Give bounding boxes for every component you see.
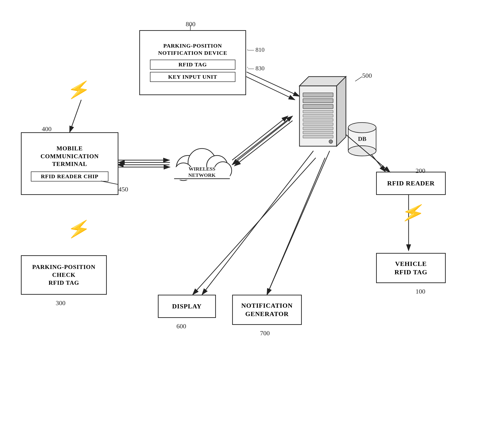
ref-500: 500	[362, 72, 372, 79]
rfid-reader-chip-label: RFID READER CHIP	[41, 173, 99, 179]
connections-svg	[0, 0, 504, 430]
rfid-reader-chip-inner-box: RFID READER CHIP	[31, 171, 109, 182]
server-svg	[290, 72, 355, 158]
ref-830: — 830	[248, 65, 265, 72]
display-label: DISPLAY	[172, 302, 201, 310]
mobile-terminal-box: MOBILE COMMUNICATION TERMINAL RFID READE…	[21, 132, 118, 195]
svg-line-40	[70, 100, 81, 132]
svg-text:WIRELESS: WIRELESS	[189, 166, 216, 172]
key-input-unit-label: KEY INPUT UNIT	[168, 74, 217, 80]
parking-notification-device-box: PARKING-POSITION NOTIFICATION DEVICE RFI…	[139, 30, 246, 95]
svg-line-44	[234, 116, 293, 161]
svg-rect-23	[303, 127, 333, 130]
lightning-parking-check: ⚡	[66, 216, 92, 242]
ref-450: 450	[118, 186, 128, 193]
lightning-parking-mobile: ⚡	[66, 77, 92, 103]
svg-rect-25	[303, 135, 333, 138]
vehicle-rfid-tag-box: VEHICLE RFID TAG	[376, 253, 446, 283]
db-shape: DB	[346, 118, 378, 159]
rfid-reader-label: RFID READER	[387, 179, 435, 187]
svg-text:DB: DB	[358, 136, 366, 142]
ref-400: 400	[42, 125, 52, 133]
svg-line-9	[232, 116, 288, 160]
ref-700: 700	[260, 330, 270, 337]
parking-check-rfid-tag-box: PARKING-POSITION CHECK RFID TAG	[21, 255, 107, 295]
svg-rect-22	[303, 123, 333, 125]
svg-line-45	[234, 121, 293, 166]
mobile-terminal-label: MOBILE COMMUNICATION TERMINAL	[41, 145, 99, 168]
ref-100: 100	[415, 288, 425, 295]
svg-rect-21	[303, 119, 333, 121]
display-box: DISPLAY	[158, 295, 216, 318]
svg-marker-15	[337, 77, 346, 146]
lightning-rfid-vehicle: ⚡	[399, 199, 427, 227]
svg-line-48	[267, 158, 325, 295]
rfid-tag-label: RFID TAG	[179, 61, 207, 68]
rfid-reader-box: RFID READER	[376, 172, 446, 195]
vehicle-rfid-tag-label: VEHICLE RFID TAG	[395, 260, 427, 277]
svg-line-10	[232, 121, 288, 165]
db-svg: DB	[346, 118, 378, 158]
svg-rect-19	[303, 110, 333, 113]
wireless-network-cloud: WIRELESS NETWORK	[170, 141, 234, 184]
svg-line-6	[267, 151, 330, 295]
svg-rect-20	[303, 114, 333, 117]
svg-line-4	[246, 77, 295, 100]
diagram-container: PARKING-POSITION NOTIFICATION DEVICE RFI…	[0, 0, 504, 430]
parking-check-rfid-tag-label: PARKING-POSITION CHECK RFID TAG	[32, 263, 96, 287]
ref-300: 300	[56, 299, 65, 307]
extra-connections-svg	[0, 0, 504, 430]
svg-point-26	[329, 140, 333, 143]
svg-point-29	[348, 146, 376, 156]
cloud-svg: WIRELESS NETWORK	[170, 141, 234, 183]
ref-810: — 810	[248, 46, 265, 53]
svg-rect-24	[303, 131, 333, 134]
notification-generator-label: NOTIFICATION GENERATOR	[241, 301, 293, 318]
rfid-tag-inner-box: RFID TAG	[150, 60, 236, 70]
svg-point-28	[348, 123, 376, 133]
svg-text:NETWORK: NETWORK	[188, 172, 216, 178]
ref-600: 600	[176, 323, 186, 330]
key-input-unit-inner-box: KEY INPUT UNIT	[150, 72, 236, 82]
svg-rect-18	[303, 105, 333, 109]
server-shape	[290, 72, 355, 159]
ref-800: 800	[186, 20, 196, 28]
svg-rect-17	[303, 99, 333, 103]
parking-notification-device-label: PARKING-POSITION NOTIFICATION DEVICE	[158, 42, 227, 57]
svg-line-51	[355, 77, 362, 81]
svg-rect-16	[303, 93, 333, 97]
ref-200: 200	[415, 167, 425, 175]
notification-generator-box: NOTIFICATION GENERATOR	[232, 295, 302, 325]
